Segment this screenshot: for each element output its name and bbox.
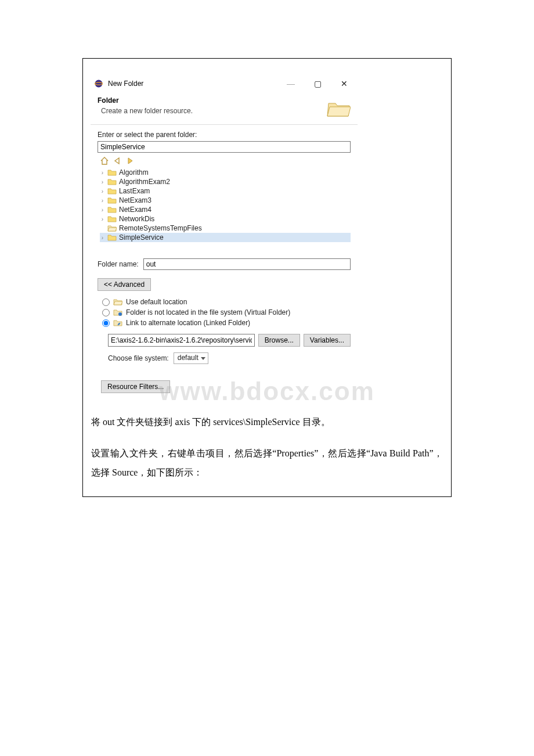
radio-label: Use default location: [126, 298, 187, 306]
folder-name-label: Folder name:: [98, 260, 139, 268]
tree-label: SimpleService: [119, 233, 164, 242]
folder-illustration-icon: [326, 99, 351, 118]
header-title: Folder: [98, 96, 326, 105]
close-button[interactable]: ✕: [331, 75, 358, 92]
tree-item-networkdis[interactable]: ›NetworkDis: [100, 214, 351, 224]
home-icon[interactable]: [100, 156, 109, 165]
filesystem-label: Choose file system:: [108, 354, 169, 362]
svg-point-0: [95, 80, 103, 88]
eclipse-icon: [94, 79, 103, 88]
tree-label: NetExam4: [119, 206, 151, 214]
titlebar: New Folder — ▢ ✕: [91, 75, 358, 92]
back-arrow-icon[interactable]: [113, 156, 122, 165]
tree-item-remotesystemstempfiles[interactable]: RemoteSystemsTempFiles: [100, 224, 351, 233]
tree-label: NetworkDis: [119, 215, 154, 223]
location-radio-group: Use default location Folder is not locat…: [98, 297, 351, 328]
tree-item-netexam3[interactable]: ›NetExam3: [100, 196, 351, 205]
virtual-folder-icon: [113, 308, 122, 316]
tree-item-lastexam[interactable]: ›LastExam: [100, 186, 351, 196]
tree-item-netexam4[interactable]: ›NetExam4: [100, 205, 351, 214]
filesystem-select[interactable]: default: [174, 352, 208, 364]
parent-folder-input[interactable]: [98, 141, 351, 153]
radio-virtual-folder[interactable]: Folder is not located in the file system…: [102, 307, 351, 318]
dialog-header: Folder Create a new folder resource.: [91, 92, 358, 125]
svg-point-2: [118, 312, 122, 316]
header-description: Create a new folder resource.: [98, 107, 326, 115]
document-page: New Folder — ▢ ✕ Folder Create a new fol…: [82, 58, 452, 497]
radio-default-input[interactable]: [102, 298, 110, 306]
radio-virtual-input[interactable]: [102, 309, 110, 316]
minimize-button[interactable]: —: [277, 75, 304, 92]
folder-tree[interactable]: ›Algorithm ›AlgorithmExam2 ›LastExam ›Ne…: [98, 167, 351, 254]
tree-label: AlgorithmExam2: [119, 178, 170, 186]
radio-label: Folder is not located in the file system…: [126, 308, 290, 316]
tree-label: Algorithm: [119, 168, 149, 177]
advanced-toggle-button[interactable]: << Advanced: [98, 278, 151, 291]
tree-label: NetExam3: [119, 196, 151, 204]
maximize-button[interactable]: ▢: [304, 75, 331, 92]
caption-block-2: 设置输入文件夹，右键单击项目，然后选择“Properties”，然后选择“Jav…: [91, 444, 443, 483]
folder-open-icon: [113, 298, 122, 306]
link-path-input[interactable]: [108, 334, 255, 347]
linked-folder-icon: [113, 319, 122, 327]
tree-item-simpleservice[interactable]: ›SimpleService: [100, 233, 351, 242]
tree-item-algorithm[interactable]: ›Algorithm: [100, 168, 351, 177]
tree-item-algorithmexam2[interactable]: ›AlgorithmExam2: [100, 177, 351, 186]
radio-linked-input[interactable]: [102, 319, 110, 327]
folder-name-input[interactable]: [143, 258, 351, 270]
forward-arrow-icon[interactable]: [125, 156, 135, 165]
variables-button[interactable]: Variables...: [304, 334, 351, 347]
parent-folder-label: Enter or select the parent folder:: [98, 131, 351, 139]
radio-linked-folder[interactable]: Link to alternate location (Linked Folde…: [102, 318, 351, 328]
new-folder-dialog: New Folder — ▢ ✕ Folder Create a new fol…: [91, 75, 358, 397]
dialog-title: New Folder: [108, 80, 143, 88]
tree-label: RemoteSystemsTempFiles: [119, 224, 202, 232]
radio-default-location[interactable]: Use default location: [102, 297, 351, 307]
caption-line-1: 将 out 文件夹链接到 axis 下的 services\SimpleServ…: [91, 416, 443, 429]
browse-button[interactable]: Browse...: [258, 334, 300, 347]
tree-label: LastExam: [119, 187, 150, 195]
resource-filters-button[interactable]: Resource Filters...: [101, 380, 170, 393]
radio-label: Link to alternate location (Linked Folde…: [126, 319, 250, 327]
